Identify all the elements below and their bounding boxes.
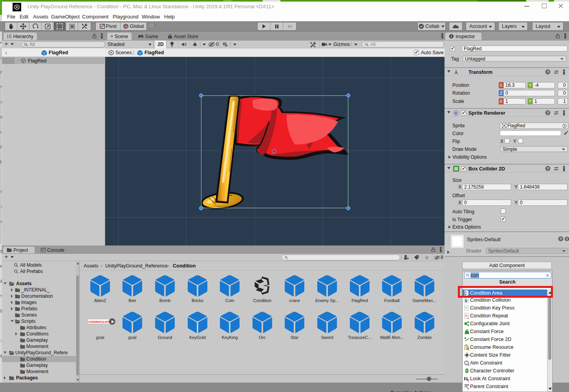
svg-text:?: ?: [547, 166, 549, 170]
svg-text:?: ?: [560, 236, 562, 241]
svg-text:?: ?: [547, 110, 549, 115]
svg-text:?: ?: [547, 70, 549, 74]
